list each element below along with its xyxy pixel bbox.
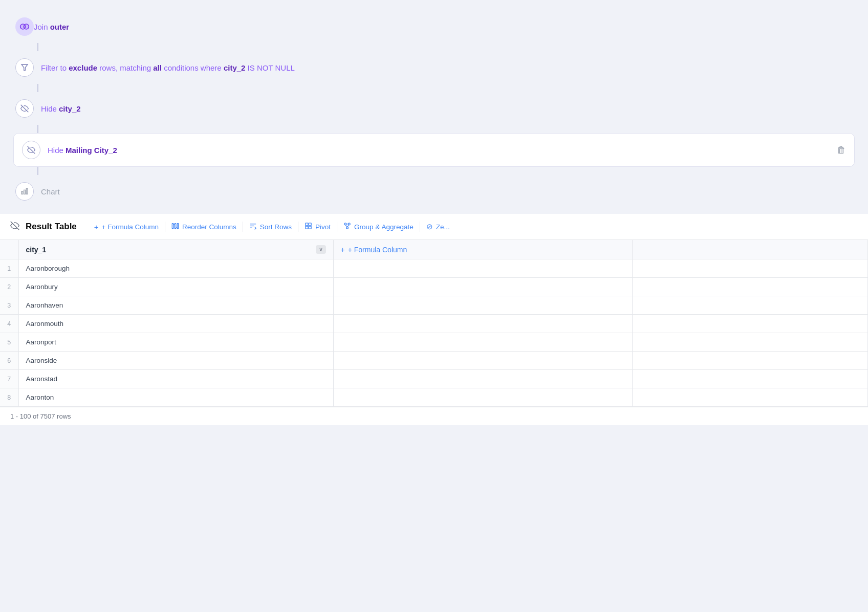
hide-mailing-city2-icon [22, 141, 40, 159]
formula-cell [333, 370, 632, 388]
empty-cell [632, 315, 867, 333]
join-label: Join outer [34, 21, 69, 32]
formula-cell [333, 352, 632, 370]
svg-line-24 [348, 225, 350, 227]
svg-rect-18 [309, 226, 311, 229]
toolbar-divider-4 [337, 222, 337, 232]
pipeline-step-hide-city2[interactable]: Hide city_2 [15, 92, 853, 125]
formula-plus-icon: + [94, 223, 99, 231]
pipeline-step-chart[interactable]: Chart [15, 175, 853, 208]
row-number: 2 [0, 278, 18, 296]
city1-cell: Aaronstad [18, 370, 333, 388]
table-row: 8 Aaronton [0, 388, 868, 407]
table-body: 1 Aaronborough 2 Aaronbury 3 Aaronhaven … [0, 259, 868, 407]
table-row: 5 Aaronport [0, 333, 868, 352]
connector-2 [37, 84, 38, 92]
formula-column-button[interactable]: + + Formula Column [89, 221, 164, 233]
reorder-columns-button[interactable]: Reorder Columns [166, 220, 242, 233]
formula-cell [333, 333, 632, 352]
row-number: 6 [0, 352, 18, 370]
pivot-button[interactable]: Pivot [299, 220, 336, 233]
formula-cell [333, 315, 632, 333]
svg-marker-2 [21, 64, 28, 70]
svg-rect-6 [24, 190, 26, 194]
table-header-row: city_1 ∨ + + Formula Column [0, 240, 868, 259]
pipeline-step-hide-mailing-city2[interactable]: Hide Mailing City_2 🗑 [13, 133, 855, 167]
toolbar-divider-5 [420, 222, 420, 232]
row-number: 4 [0, 315, 18, 333]
result-hide-icon[interactable] [10, 221, 19, 232]
city1-column-label: city_1 [26, 246, 47, 254]
join-icon [15, 17, 34, 36]
sort-icon [249, 222, 257, 231]
formula-cell [333, 259, 632, 278]
pipeline-step-filter[interactable]: Filter to exclude rows, matching all con… [15, 51, 853, 84]
row-number: 5 [0, 333, 18, 352]
row-number: 1 [0, 259, 18, 278]
city1-cell: Aaronport [18, 333, 333, 352]
chart-label: Chart [41, 187, 60, 196]
svg-rect-11 [177, 224, 179, 229]
table-row: 1 Aaronborough [0, 259, 868, 278]
table-row: 7 Aaronstad [0, 370, 868, 388]
hide-mailing-city2-label: Hide Mailing City_2 [48, 145, 117, 156]
formula-column-header[interactable]: + + Formula Column [333, 240, 632, 259]
hide-city2-label: Hide city_2 [41, 103, 81, 114]
svg-rect-15 [306, 223, 308, 226]
toolbar-divider-3 [298, 222, 298, 232]
pipeline-step-join[interactable]: Join outer [15, 10, 853, 43]
empty-cell [632, 352, 867, 370]
empty-cell [632, 370, 867, 388]
svg-point-21 [346, 227, 349, 229]
result-toolbar: Result Table + + Formula Column Reorder … [0, 214, 868, 240]
row-num-header [0, 240, 18, 259]
delete-step-button[interactable]: 🗑 [837, 145, 846, 156]
city1-cell: Aaronton [18, 388, 333, 407]
toolbar-divider-1 [165, 222, 165, 232]
row-count-bar: 1 - 100 of 7507 rows [0, 407, 868, 425]
svg-line-23 [345, 225, 348, 227]
data-table: city_1 ∨ + + Formula Column 1 Aar [0, 240, 868, 407]
filter-icon [15, 58, 34, 77]
connector-4 [37, 167, 38, 175]
row-number: 8 [0, 388, 18, 407]
connector-1 [37, 43, 38, 51]
chart-icon [15, 182, 34, 201]
empty-cell [632, 388, 867, 407]
table-row: 2 Aaronbury [0, 278, 868, 296]
svg-rect-9 [172, 224, 173, 229]
svg-point-19 [344, 223, 346, 225]
formula-col-header-content[interactable]: + + Formula Column [334, 241, 632, 259]
result-table-title: Result Table [26, 222, 77, 232]
toolbar-divider-2 [243, 222, 243, 232]
empty-col-header [632, 240, 867, 259]
group-aggregate-button[interactable]: Group & Aggregate [338, 220, 419, 233]
empty-cell [632, 296, 867, 315]
empty-cell [632, 333, 867, 352]
ze-icon: ⊘ [426, 222, 433, 231]
filter-label: Filter to exclude rows, matching all con… [41, 62, 295, 73]
pivot-icon [305, 222, 312, 231]
table-row: 3 Aaronhaven [0, 296, 868, 315]
empty-cell [632, 278, 867, 296]
city1-dropdown-button[interactable]: ∨ [316, 245, 326, 254]
ze-button[interactable]: ⊘ Ze... [421, 220, 455, 233]
table-row: 4 Aaronmouth [0, 315, 868, 333]
svg-rect-10 [175, 224, 176, 229]
svg-point-1 [24, 24, 29, 29]
sort-rows-button[interactable]: Sort Rows [244, 220, 297, 233]
city1-cell: Aaronbury [18, 278, 333, 296]
city1-column-header[interactable]: city_1 ∨ [18, 240, 333, 259]
city1-cell: Aaronside [18, 352, 333, 370]
row-number: 7 [0, 370, 18, 388]
city1-cell: Aaronborough [18, 259, 333, 278]
data-table-wrapper: city_1 ∨ + + Formula Column 1 Aar [0, 240, 868, 407]
connector-3 [37, 125, 38, 133]
city1-cell: Aaronhaven [18, 296, 333, 315]
table-row: 6 Aaronside [0, 352, 868, 370]
svg-rect-7 [26, 189, 28, 194]
hide-city2-icon [15, 99, 34, 118]
city1-cell: Aaronmouth [18, 315, 333, 333]
svg-point-20 [348, 223, 350, 225]
formula-cell [333, 296, 632, 315]
